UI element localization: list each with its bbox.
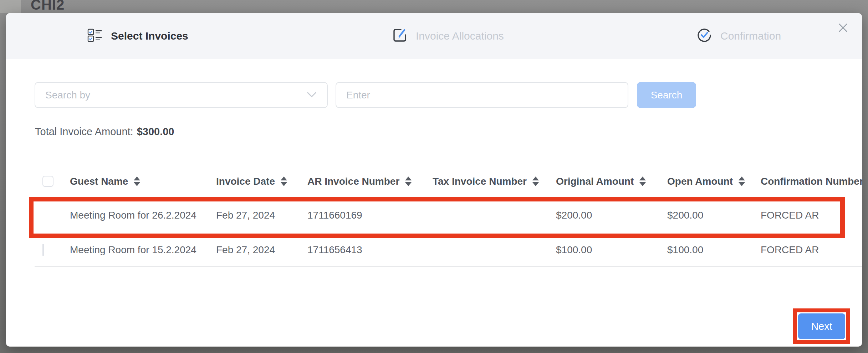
checklist-icon bbox=[87, 28, 102, 44]
cell-ar-invoice-number: 1711656413 bbox=[307, 244, 433, 256]
search-button[interactable]: Search bbox=[637, 82, 696, 108]
search-by-select[interactable]: Search by bbox=[35, 82, 328, 108]
table-row[interactable]: Meeting Room for 15.2.2024 Feb 27, 2024 … bbox=[35, 234, 862, 267]
stepper-header: Select Invoices Invoice Allocations Conf… bbox=[6, 13, 862, 59]
column-header-original-amount[interactable]: Original Amount bbox=[556, 176, 667, 187]
step-confirmation[interactable]: Confirmation bbox=[697, 13, 781, 59]
row-checkbox[interactable] bbox=[42, 244, 44, 256]
search-value-input[interactable] bbox=[336, 82, 628, 108]
edit-square-icon bbox=[392, 28, 407, 44]
table-row[interactable]: Meeting Room for 26.2.2024 Feb 27, 2024 … bbox=[35, 197, 862, 234]
cell-guest-name: Meeting Room for 15.2.2024 bbox=[70, 244, 216, 256]
step-select-invoices[interactable]: Select Invoices bbox=[87, 13, 188, 59]
select-all-checkbox[interactable] bbox=[42, 176, 53, 187]
column-header-ar-invoice-number[interactable]: AR Invoice Number bbox=[307, 176, 433, 187]
cell-open-amount: $200.00 bbox=[667, 210, 761, 221]
column-header-open-amount[interactable]: Open Amount bbox=[667, 176, 761, 187]
step-invoice-allocations[interactable]: Invoice Allocations bbox=[392, 13, 504, 59]
column-header-invoice-date[interactable]: Invoice Date bbox=[216, 176, 307, 187]
cell-guest-name: Meeting Room for 26.2.2024 bbox=[70, 210, 216, 221]
cell-open-amount: $100.00 bbox=[667, 244, 761, 256]
invoices-table: Guest Name Invoice Date AR Invoice Numbe… bbox=[35, 166, 862, 267]
step-label: Invoice Allocations bbox=[416, 30, 504, 42]
total-invoice-amount-value: $300.00 bbox=[137, 126, 174, 137]
cell-original-amount: $200.00 bbox=[556, 210, 667, 221]
column-header-confirmation-number[interactable]: Confirmation Number bbox=[761, 176, 862, 187]
cell-invoice-date: Feb 27, 2024 bbox=[216, 244, 307, 256]
circle-check-icon bbox=[697, 28, 712, 44]
chevron-down-icon bbox=[306, 91, 317, 99]
total-invoice-amount: Total Invoice Amount:$300.00 bbox=[35, 126, 174, 138]
background-app-title: CHI2 bbox=[31, 0, 65, 13]
cell-confirmation: FORCED AR bbox=[761, 210, 862, 221]
column-header-guest-name[interactable]: Guest Name bbox=[70, 176, 216, 187]
cell-confirmation: FORCED AR bbox=[761, 244, 862, 256]
sort-icon[interactable] bbox=[739, 176, 745, 186]
cell-invoice-date: Feb 27, 2024 bbox=[216, 210, 307, 221]
sort-icon[interactable] bbox=[134, 176, 140, 186]
total-invoice-amount-label: Total Invoice Amount: bbox=[35, 126, 133, 137]
cell-ar-invoice-number: 1711660169 bbox=[307, 210, 433, 221]
close-icon[interactable] bbox=[837, 22, 849, 34]
invoice-payment-modal: Select Invoices Invoice Allocations Conf… bbox=[6, 13, 862, 347]
sort-icon[interactable] bbox=[281, 176, 287, 186]
sort-icon[interactable] bbox=[532, 176, 539, 186]
step-label: Confirmation bbox=[720, 30, 781, 42]
background-app-block bbox=[0, 0, 21, 13]
search-by-placeholder: Search by bbox=[45, 89, 90, 101]
table-header-row: Guest Name Invoice Date AR Invoice Numbe… bbox=[35, 166, 862, 197]
column-header-tax-invoice-number[interactable]: Tax Invoice Number bbox=[433, 176, 556, 187]
next-button[interactable]: Next bbox=[798, 313, 845, 339]
step-label: Select Invoices bbox=[111, 30, 188, 42]
sort-icon[interactable] bbox=[639, 176, 646, 186]
cell-original-amount: $100.00 bbox=[556, 244, 667, 256]
sort-icon[interactable] bbox=[405, 176, 412, 186]
